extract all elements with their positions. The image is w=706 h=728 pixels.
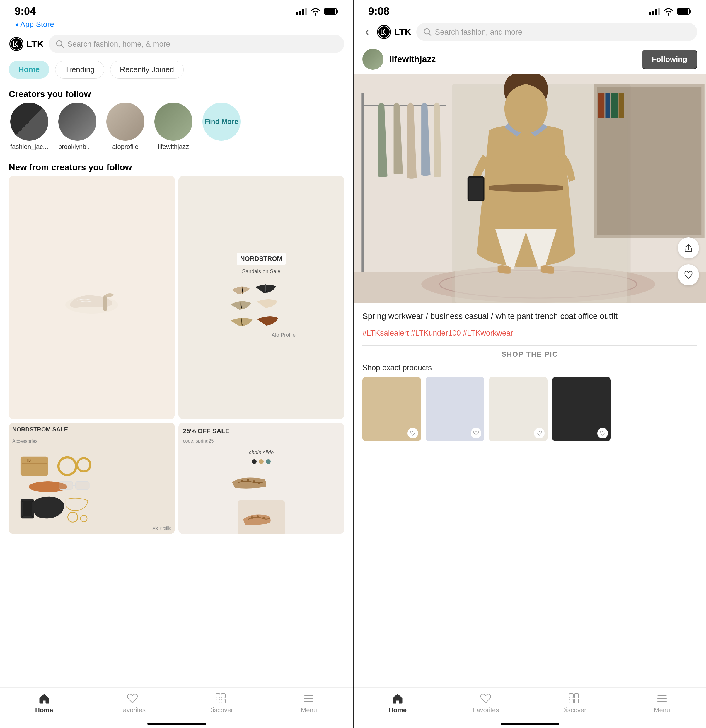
nav-favorites-2[interactable]: Favorites [447,692,524,714]
status-bar-2: 9:08 [354,0,706,20]
feed-card-3-label: NORDSTROM SALE [12,426,68,433]
product-card-1[interactable] [362,377,421,441]
svg-point-16 [59,458,76,475]
feed-card-2-content: NORDSTROM Sandals on Sale [179,176,344,419]
nav-discover-2[interactable]: Discover [535,692,613,714]
tab-trending[interactable]: Trending [55,61,104,78]
ltk-logo[interactable]: LTK [9,36,44,52]
feed-card-2[interactable]: NORDSTROM Sandals on Sale [179,176,344,419]
svg-rect-65 [598,93,604,118]
menu-icon-2 [656,692,668,705]
creators-section-title: Creators you follow [0,83,353,103]
screen-home: 9:04 ◂ App Store [0,0,353,728]
tab-home[interactable]: Home [9,61,49,78]
share-button[interactable] [678,237,699,259]
svg-point-48 [377,25,391,39]
svg-rect-14 [20,456,48,476]
post-image [354,74,706,303]
app-header: LTK Search fashion, home, & more [0,32,353,56]
svg-rect-40 [304,701,313,702]
creator-name-brooklynblo: brooklynblo... [58,143,97,151]
svg-point-26 [81,515,87,522]
tab-recently-joined[interactable]: Recently Joined [110,61,184,78]
svg-rect-19 [59,481,73,490]
svg-rect-6 [325,9,336,14]
nav-menu-2[interactable]: Menu [623,692,701,714]
creator-avatar-fashion-jac [10,103,48,141]
back-arrow-icon: ◂ [14,20,19,29]
nav-home[interactable]: Home [5,692,83,714]
creator-item-fashion-jac[interactable]: fashion_jac... [9,103,50,151]
feed-grid: NORDSTROM Sandals on Sale [0,176,353,687]
product-card-2[interactable] [426,377,484,441]
post-tags[interactable]: #LTKsalealert #LTKunder100 #LTKworkwear [362,327,697,339]
svg-rect-66 [605,93,610,118]
svg-point-30 [258,481,260,484]
svg-rect-0 [296,12,298,15]
feed-section-title: New from creators you follow [0,156,353,176]
product-heart-2[interactable] [471,428,481,438]
svg-rect-24 [22,501,32,517]
discover-icon-2 [568,692,580,705]
svg-text:Alo Profile: Alo Profile [272,332,295,338]
product-heart-4[interactable] [597,428,608,438]
feed-card-4-content: 25% OFF SALE code: spring25 chain slide [179,423,344,534]
product-card-3[interactable] [489,377,548,441]
feed-card-2-label: NORDSTROM [237,253,286,265]
back-button-2[interactable]: ‹ [362,26,372,38]
wifi-icon [310,7,321,16]
post-photo-svg [354,74,706,303]
heart-icon-product-1 [410,430,416,436]
status-time-2: 9:08 [368,5,389,17]
creator-item-brooklynblo[interactable]: brooklynblo... [57,103,98,151]
svg-point-27 [241,480,243,482]
nav-discover[interactable]: Discover [182,692,259,714]
feed-card-4[interactable]: 25% OFF SALE code: spring25 chain slide [179,423,344,534]
creator-avatar-brooklynblo [58,103,97,141]
app-store-back[interactable]: ◂ App Store [0,20,353,32]
search-bar[interactable]: Search fashion, home, & more [49,35,344,53]
svg-rect-74 [657,698,667,699]
svg-rect-20 [76,481,89,490]
svg-rect-67 [611,93,618,118]
feed-card-3-content: NORDSTROM SALE Accessories TB [9,423,175,534]
svg-rect-2 [302,9,304,15]
feed-card-4-code: code: spring25 [183,438,214,444]
product-card-4[interactable] [552,377,611,441]
accessories-illustration: TB [12,451,100,528]
svg-rect-75 [657,701,667,702]
search-bar-2[interactable]: Search fashion, and more [416,23,697,41]
ltk-logo-2[interactable]: LTK [376,24,412,40]
menu-icon [303,692,315,705]
signal-icon [296,8,307,15]
home-icon [38,692,50,705]
bottom-nav: Home Favorites Discover Menu [0,687,353,723]
status-time: 9:04 [14,5,36,17]
product-heart-3[interactable] [534,428,545,438]
status-icons [296,7,339,16]
discover-icon [215,692,227,705]
svg-point-29 [253,480,255,483]
nav-home-2[interactable]: Home [359,692,437,714]
nav-favorites[interactable]: Favorites [94,692,171,714]
svg-rect-68 [619,93,624,118]
find-more-button[interactable]: Find More [201,103,242,141]
svg-rect-44 [658,8,660,15]
svg-rect-47 [678,9,689,14]
product-heart-1[interactable] [408,428,418,438]
like-button[interactable] [678,264,699,286]
feed-card-4-label: 25% OFF SALE [183,427,230,435]
svg-rect-41 [649,12,651,15]
battery-icon-2 [677,8,692,15]
creator-item-lifewithjazz[interactable]: lifewithjazz [153,103,194,151]
feed-card-4-chain-label: chain slide [249,449,274,456]
feed-card-3[interactable]: NORDSTROM SALE Accessories TB [9,423,175,534]
creator-item-aloprofile[interactable]: aloprofile [105,103,146,151]
creator-header-avatar [362,49,383,70]
nav-menu[interactable]: Menu [270,692,348,714]
following-button[interactable]: Following [642,49,697,69]
creator-avatar-lifewithjazz [154,103,193,141]
creator-avatar-aloprofile [106,103,144,141]
feed-card-1[interactable] [9,176,175,419]
svg-rect-37 [221,699,225,703]
